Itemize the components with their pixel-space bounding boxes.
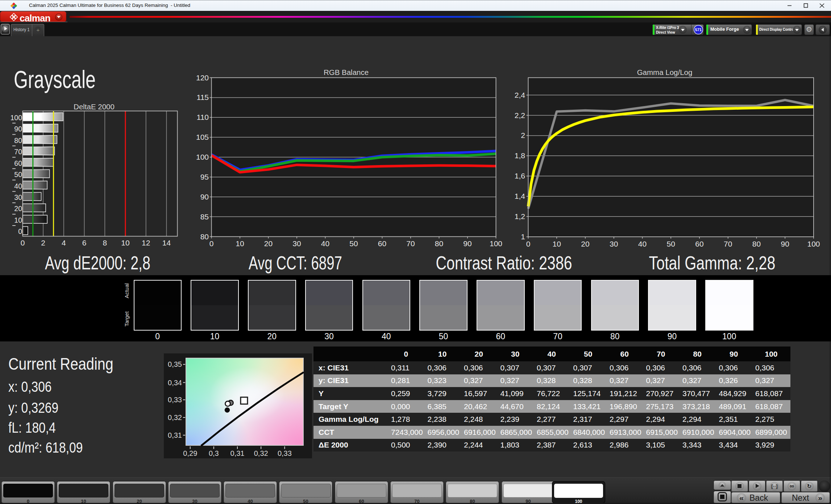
svg-text:90: 90 [463,239,471,248]
svg-text:100: 100 [807,240,820,248]
svg-text:12: 12 [142,239,150,247]
svg-text:60: 60 [378,239,386,248]
svg-text:0,33: 0,33 [168,396,182,404]
svg-text:40: 40 [638,240,647,248]
svg-text:8: 8 [103,239,107,247]
svg-text:RGB Balance: RGB Balance [324,68,369,76]
svg-text:0,31: 0,31 [168,431,182,439]
svg-text:60: 60 [695,240,703,248]
svg-text:20: 20 [14,205,22,213]
svg-text:50: 50 [349,239,358,248]
svg-text:0,3: 0,3 [209,449,219,457]
svg-text:120: 120 [196,74,209,82]
svg-text:6: 6 [82,239,87,247]
svg-text:DeltaE 2000: DeltaE 2000 [74,102,115,111]
svg-text:115: 115 [197,93,209,101]
svg-text:70: 70 [14,148,22,156]
svg-text:80: 80 [752,240,761,248]
svg-text:80: 80 [200,232,209,241]
svg-text:60: 60 [14,159,22,167]
svg-text:90: 90 [200,193,209,201]
svg-text:14: 14 [162,239,171,247]
svg-text:0,29: 0,29 [183,449,197,457]
svg-text:0: 0 [18,227,22,235]
svg-text:20: 20 [581,240,589,248]
svg-text:110: 110 [197,113,209,121]
svg-text:50: 50 [14,171,22,178]
svg-text:10: 10 [553,240,561,248]
svg-text:100: 100 [490,239,502,248]
svg-text:4: 4 [62,239,66,247]
svg-text:70: 70 [724,240,732,248]
svg-text:30: 30 [14,193,22,201]
svg-text:0: 0 [21,239,25,247]
svg-text:1,4: 1,4 [515,192,525,200]
svg-text:Total Gamma: 2,28: Total Gamma: 2,28 [649,252,776,273]
svg-text:10: 10 [236,239,244,248]
svg-text:0,33: 0,33 [278,449,292,457]
svg-text:100: 100 [196,153,209,161]
svg-text:85: 85 [200,213,209,221]
svg-text:0,32: 0,32 [168,413,182,421]
svg-text:30: 30 [292,239,301,248]
svg-text:Avg CCT: 6897: Avg CCT: 6897 [249,252,342,273]
svg-text:2,4: 2,4 [515,91,525,99]
svg-text:2: 2 [521,131,525,139]
svg-text:1: 1 [521,232,525,241]
svg-text:Grayscale: Grayscale [14,66,96,93]
svg-text:Avg dE2000: 2,8: Avg dE2000: 2,8 [45,252,150,273]
svg-text:0,32: 0,32 [254,449,268,457]
svg-text:0,31: 0,31 [230,449,245,457]
svg-text:Gamma Log/Log: Gamma Log/Log [637,68,693,76]
svg-text:2: 2 [41,239,45,247]
svg-text:100: 100 [10,114,22,122]
svg-text:105: 105 [196,133,209,141]
svg-text:0,34: 0,34 [168,379,182,387]
svg-text:0: 0 [209,239,214,248]
svg-text:20: 20 [264,239,273,248]
svg-text:30: 30 [610,240,618,248]
svg-text:80: 80 [435,239,443,248]
svg-text:1,6: 1,6 [515,172,525,180]
svg-text:40: 40 [14,182,22,190]
svg-text:1,8: 1,8 [515,151,525,160]
svg-text:2,2: 2,2 [515,111,525,119]
svg-text:Contrast Ratio: 2386: Contrast Ratio: 2386 [436,252,572,273]
svg-text:0: 0 [526,240,531,248]
svg-text:10: 10 [121,239,129,247]
svg-text:80: 80 [14,136,22,144]
svg-text:95: 95 [200,173,209,181]
svg-text:70: 70 [406,239,415,248]
svg-text:0,35: 0,35 [168,360,182,368]
svg-text:10: 10 [14,216,22,224]
svg-text:40: 40 [321,239,329,248]
svg-text:90: 90 [781,240,789,248]
svg-text:50: 50 [667,240,675,248]
svg-text:90: 90 [14,125,22,133]
svg-text:1,2: 1,2 [515,212,525,220]
